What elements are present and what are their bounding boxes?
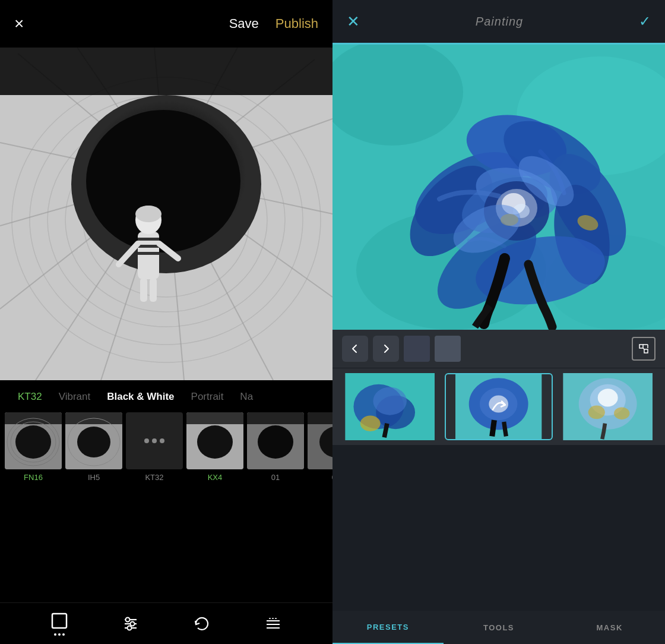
- right-tabs: PRESETS TOOLS MASK: [332, 611, 665, 644]
- filters-section: KT32 Vibrant Black & White Portrait Na: [0, 380, 332, 602]
- right-header: ✕ Painting ✓: [332, 0, 665, 43]
- filter-thumb-kx4[interactable]: KX4: [186, 412, 243, 482]
- header-actions: Save Publish: [229, 16, 318, 31]
- style-thumb-3[interactable]: [555, 373, 660, 440]
- left-header: × Save Publish: [0, 0, 332, 48]
- filter-category-kt32[interactable]: KT32: [10, 391, 50, 403]
- filter-category-bw[interactable]: Black & White: [99, 391, 182, 403]
- filter-thumbnails: FN16 IH5: [0, 408, 332, 491]
- filter-thumb-kt32-label: KT32: [145, 473, 163, 482]
- tab-tools[interactable]: TOOLS: [444, 611, 555, 644]
- svg-point-57: [131, 621, 135, 626]
- style-thumbs: [332, 368, 665, 445]
- main-photo: [0, 48, 332, 380]
- svg-point-105: [588, 406, 604, 419]
- filter-thumb-fn16[interactable]: FN16: [5, 412, 62, 482]
- filter-category-natural[interactable]: Na: [232, 391, 261, 403]
- svg-point-22: [86, 110, 240, 252]
- nav-forward-button[interactable]: [373, 336, 399, 362]
- filter-thumb-fn16-label: FN16: [24, 473, 43, 482]
- svg-rect-48: [247, 412, 304, 424]
- svg-rect-23: [0, 48, 332, 95]
- history-swatch-2[interactable]: [435, 336, 461, 362]
- filter-thumb-01-label: 01: [271, 473, 280, 482]
- nav-back-button[interactable]: [342, 336, 368, 362]
- filter-categories: KT32 Vibrant Black & White Portrait Na: [0, 380, 332, 408]
- svg-rect-51: [308, 412, 332, 424]
- svg-point-58: [128, 626, 132, 630]
- left-panel: × Save Publish: [0, 0, 332, 644]
- filter-category-vibrant[interactable]: Vibrant: [50, 391, 99, 403]
- close-button[interactable]: ×: [14, 15, 24, 32]
- svg-rect-30: [140, 278, 147, 302]
- filter-thumb-02[interactable]: 02: [308, 412, 332, 482]
- right-close-button[interactable]: ✕: [347, 12, 360, 31]
- svg-point-44: [197, 425, 233, 459]
- style-thumb-arrow-icon: [487, 393, 511, 421]
- panel-title: Painting: [476, 15, 523, 29]
- filter-thumb-ih5[interactable]: IH5: [65, 412, 122, 482]
- style-thumb-2[interactable]: [445, 373, 552, 440]
- filter-thumb-02-label: 02: [332, 473, 332, 482]
- filter-thumb-ih5-label: IH5: [88, 473, 100, 482]
- svg-point-35: [15, 425, 51, 459]
- style-thumb-1[interactable]: [337, 373, 442, 440]
- filter-thumb-kt32[interactable]: KT32: [126, 412, 183, 482]
- nav-strip: [332, 330, 665, 368]
- adjust-tool-button[interactable]: [122, 615, 140, 633]
- more-dots-icon: [144, 438, 164, 443]
- frame-icon-dots: [54, 633, 65, 636]
- svg-point-47: [258, 425, 293, 459]
- history-tool-button[interactable]: [193, 615, 211, 633]
- right-panel: ✕ Painting ✓: [332, 0, 665, 644]
- tab-mask[interactable]: MASK: [554, 611, 665, 644]
- svg-rect-52: [52, 614, 66, 628]
- svg-rect-27: [138, 252, 159, 255]
- svg-point-104: [597, 389, 618, 406]
- tab-presets[interactable]: PRESETS: [332, 611, 444, 644]
- svg-point-29: [135, 206, 162, 222]
- save-button[interactable]: Save: [229, 16, 259, 31]
- confirm-button[interactable]: ✓: [639, 13, 651, 30]
- history-swatch-1[interactable]: [404, 336, 430, 362]
- layers-tool-button[interactable]: [264, 615, 282, 633]
- svg-point-106: [614, 407, 629, 419]
- svg-rect-88: [644, 349, 648, 353]
- svg-point-95: [373, 387, 407, 415]
- filter-thumb-kx4-label: KX4: [208, 473, 223, 482]
- svg-rect-87: [639, 345, 643, 348]
- svg-point-40: [77, 427, 110, 457]
- publish-button[interactable]: Publish: [276, 16, 318, 31]
- svg-rect-26: [138, 245, 159, 248]
- svg-rect-31: [150, 278, 157, 302]
- expand-button[interactable]: [632, 337, 656, 361]
- left-toolbar: [0, 602, 332, 644]
- painting-canvas: [332, 45, 665, 330]
- svg-rect-25: [138, 238, 159, 241]
- filter-thumb-01[interactable]: 01: [247, 412, 304, 482]
- svg-point-96: [360, 416, 381, 431]
- filter-category-portrait[interactable]: Portrait: [183, 391, 232, 403]
- frame-tool-button[interactable]: [50, 612, 68, 636]
- svg-point-56: [126, 617, 130, 621]
- svg-line-89: [643, 348, 644, 349]
- svg-rect-45: [186, 412, 243, 424]
